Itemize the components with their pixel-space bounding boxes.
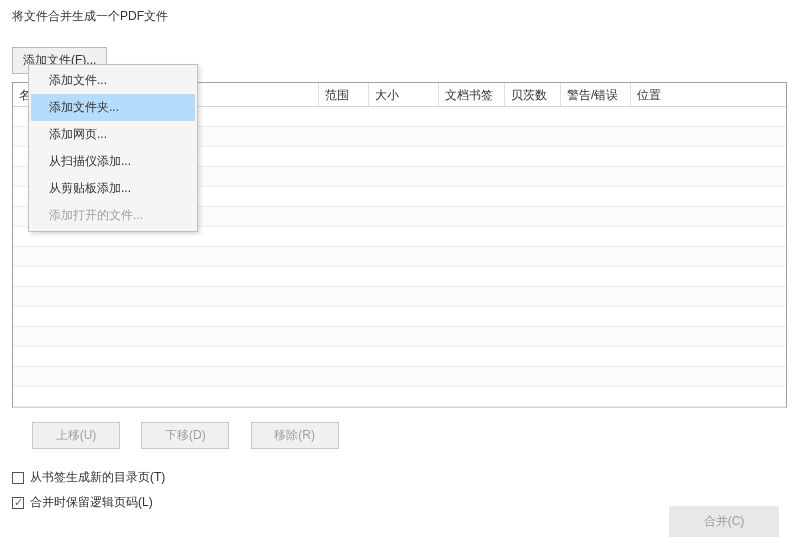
checkbox-icon[interactable]: [12, 472, 24, 484]
menu-item[interactable]: 从剪贴板添加...: [31, 175, 195, 202]
col-location[interactable]: 位置: [631, 83, 771, 106]
table-row[interactable]: [13, 247, 786, 267]
menu-item: 添加打开的文件...: [31, 202, 195, 229]
checkbox-icon[interactable]: ✓: [12, 497, 24, 509]
table-row[interactable]: [13, 367, 786, 387]
col-size[interactable]: 大小: [369, 83, 439, 106]
col-bookmark[interactable]: 文档书签: [439, 83, 505, 106]
col-range[interactable]: 范围: [319, 83, 369, 106]
menu-item[interactable]: 添加网页...: [31, 121, 195, 148]
merge-button[interactable]: 合并(C): [669, 506, 779, 537]
table-row[interactable]: [13, 307, 786, 327]
options-panel: 从书签生成新的目录页(T) ✓ 合并时保留逻辑页码(L): [12, 469, 787, 511]
add-file-menu: 添加文件...添加文件夹...添加网页...从扫描仪添加...从剪贴板添加...…: [28, 64, 198, 232]
remove-button[interactable]: 移除(R): [251, 422, 339, 449]
menu-item[interactable]: 添加文件夹...: [31, 94, 195, 121]
col-warn[interactable]: 警告/错误: [561, 83, 631, 106]
option-label: 从书签生成新的目录页(T): [30, 469, 165, 486]
page-title: 将文件合并生成一个PDF文件: [12, 8, 787, 25]
table-row[interactable]: [13, 267, 786, 287]
option-label: 合并时保留逻辑页码(L): [30, 494, 153, 511]
col-bates[interactable]: 贝茨数: [505, 83, 561, 106]
move-down-button[interactable]: 下移(D): [141, 422, 229, 449]
table-row[interactable]: [13, 347, 786, 367]
option-generate-toc[interactable]: 从书签生成新的目录页(T): [12, 469, 787, 486]
menu-item[interactable]: 从扫描仪添加...: [31, 148, 195, 175]
move-up-button[interactable]: 上移(U): [32, 422, 120, 449]
table-row[interactable]: [13, 327, 786, 347]
menu-item[interactable]: 添加文件...: [31, 67, 195, 94]
reorder-buttons: 上移(U) 下移(D) 移除(R): [12, 422, 787, 449]
table-row[interactable]: [13, 387, 786, 407]
table-row[interactable]: [13, 287, 786, 307]
